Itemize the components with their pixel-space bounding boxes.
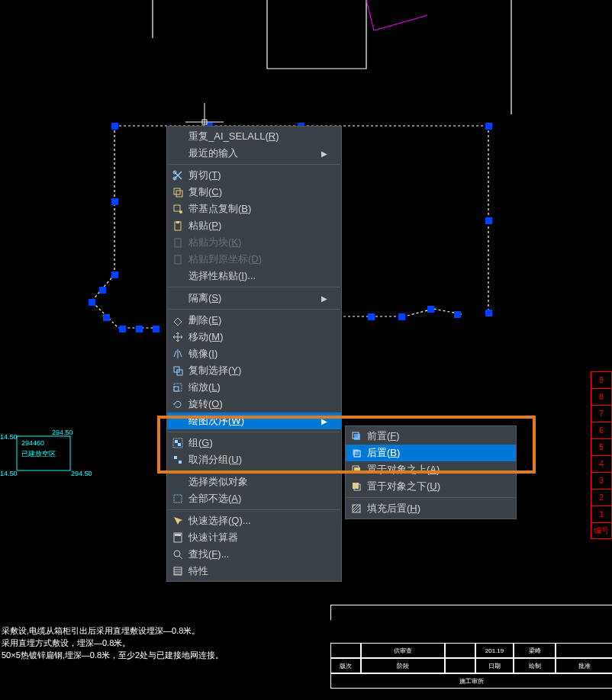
ungroup-icon [167,454,188,466]
eraser-icon [167,314,188,326]
menu-rotate[interactable]: 旋转(O) [167,396,341,413]
submenu-send-back[interactable]: 后置(B) [346,445,516,461]
svg-rect-49 [353,449,359,455]
menu-paste-orig: 粘贴到原坐标(D) [167,251,341,268]
svg-rect-5 [485,310,492,316]
submenu-bring-front[interactable]: 前置(F) [346,428,516,445]
side-cell: 9 [591,371,612,388]
menu-erase[interactable]: 删除(E) [167,312,341,329]
menu-copy[interactable]: 复制(C) [167,184,341,201]
menu-properties[interactable]: 特性 [167,563,341,580]
svg-rect-13 [89,299,95,306]
rotate-icon [167,398,188,410]
svg-rect-35 [174,387,179,391]
svg-rect-42 [174,495,182,503]
dim-text: 294460 [21,439,44,447]
scale-icon [167,381,188,393]
menu-paste-block: 粘贴为块(K) [167,234,341,251]
svg-rect-26 [176,191,182,197]
menu-paste-special[interactable]: 选择性粘贴(I)... [167,268,341,284]
side-cell: 8 [591,388,612,405]
submenu-below-object[interactable]: 置于对象之下(U) [346,478,516,495]
quickselect-icon [167,515,188,527]
svg-rect-3 [485,123,492,130]
note-line: 采敷设,电缆从箱柜引出后采用直埋敷设埋深—0.8米。 [2,625,200,637]
svg-point-45 [174,551,180,557]
menu-draw-order[interactable]: 绘图次序(W) ▶ [167,413,341,429]
svg-rect-31 [175,239,181,247]
svg-rect-11 [111,271,118,278]
menu-copy-selection[interactable]: 复制选择(Y) [167,362,341,379]
svg-rect-17 [153,326,159,332]
svg-rect-25 [174,188,180,194]
svg-rect-12 [99,287,106,294]
cut-icon [167,169,188,181]
side-cell: 4 [591,455,612,472]
svg-rect-27 [174,205,180,211]
svg-rect-38 [175,440,178,443]
menu-quick-select[interactable]: 快速选择(Q)... [167,512,341,529]
paste-coord-icon [167,253,188,265]
menu-find[interactable]: 查找(F)... [167,546,341,563]
context-menu[interactable]: 重复_AI_SELALL(R) 最近的输入 ▶ 剪切(T) 复制(C) 带基点复… [166,126,342,582]
front-icon [346,430,367,442]
hatchback-icon [346,503,367,515]
side-cell: 1 [591,506,612,522]
menu-recent-input[interactable]: 最近的输入 ▶ [167,145,341,162]
submenu-above-object[interactable]: 置于对象之上(A) [346,461,516,478]
svg-rect-41 [179,461,182,464]
menu-ungroup[interactable]: 取消分组(U) [167,451,341,468]
note-line: 采用直埋方式敷设，埋深—0.8米。 [2,637,130,649]
copy-base-icon [167,203,188,215]
note-line: 50×5热镀锌扁钢,埋深—0.8米，至少2处与已建接地网连接。 [2,650,224,661]
svg-rect-30 [176,221,179,223]
menu-group[interactable]: 组(G) [167,435,341,451]
paste-block-icon [167,236,188,249]
menu-deselect-all[interactable]: 全部不选(A) [167,490,341,507]
calc-icon [167,531,188,544]
paste-icon [167,220,188,232]
props-icon [167,565,188,577]
svg-rect-16 [136,326,143,332]
svg-rect-15 [119,326,126,332]
back-icon [346,447,367,459]
svg-rect-9 [368,313,375,320]
menu-cut[interactable]: 剪切(T) [167,167,341,184]
submenu-hatch-back[interactable]: 填充后置(H) [346,500,516,517]
menu-quick-calc[interactable]: 快速计算器 [167,529,341,546]
find-icon [167,548,188,560]
side-cell: 7 [591,405,612,422]
svg-point-28 [179,210,182,214]
svg-rect-51 [354,467,360,474]
svg-rect-10 [111,198,118,205]
side-cell: 6 [591,422,612,438]
svg-rect-4 [485,217,492,224]
title-block: 供审查 201.19 梁峰 版次 阶段 日期 绘制 批准 施工审所 [330,605,612,689]
dim-text: 已建放空区 [21,450,56,458]
svg-rect-6 [454,311,461,318]
menu-mirror[interactable]: 镜像(I) [167,345,341,362]
menu-isolate[interactable]: 隔离(S) ▶ [167,290,341,307]
menu-copy-basepoint[interactable]: 带基点复制(B) [167,201,341,217]
deselect-icon [167,493,188,505]
menu-move[interactable]: 移动(M) [167,329,341,345]
side-cell: 编号 [591,522,612,539]
above-icon [346,464,367,476]
copysel-icon [167,364,188,377]
move-icon [167,331,188,343]
group-icon [167,437,188,449]
draw-order-submenu[interactable]: 前置(F) 后置(B) 置于对象之上(A) 置于对象之下(U) 填充后置(H) [345,425,517,519]
side-cell: 3 [591,472,612,489]
svg-rect-7 [427,306,434,313]
menu-select-similar[interactable]: 选择类似对象 [167,474,341,490]
svg-rect-44 [175,534,181,536]
dim-text: 294.50 [52,429,73,436]
below-icon [346,480,367,493]
menu-repeat[interactable]: 重复_AI_SELALL(R) [167,128,341,145]
copy-icon [167,186,188,198]
dim-text: 14.50 [0,433,18,441]
menu-paste[interactable]: 粘贴(P) [167,217,341,234]
menu-scale[interactable]: 缩放(L) [167,379,341,396]
svg-rect-8 [398,313,405,320]
dim-text: 294.50 [71,470,92,477]
